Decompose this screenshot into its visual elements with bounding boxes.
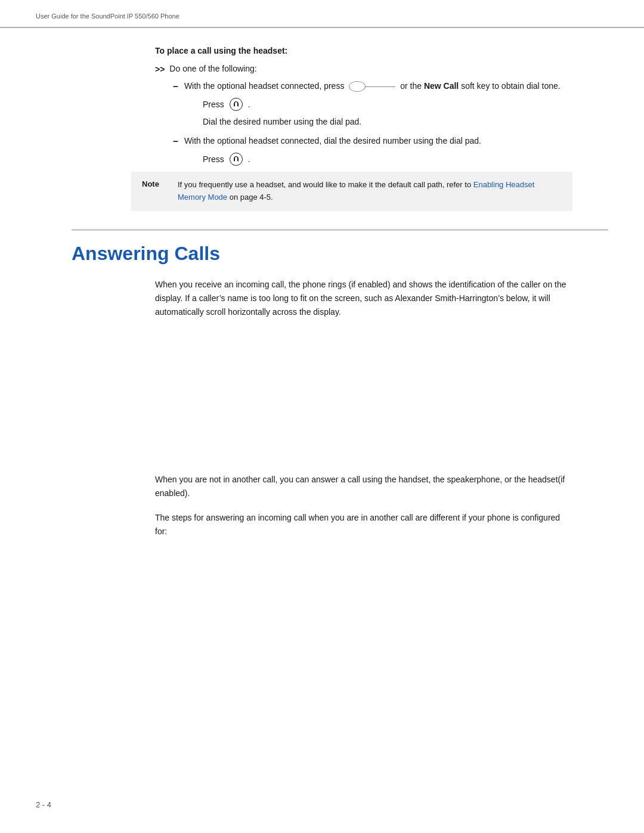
- answering-calls-heading: Answering Calls: [72, 229, 608, 265]
- section-heading: To place a call using the headset:: [155, 46, 608, 55]
- headset-cord-button-icon: [349, 81, 395, 92]
- note-box: Note If you frequently use a headset, an…: [131, 172, 572, 211]
- header-text: User Guide for the SoundPoint IP 550/560…: [36, 13, 179, 20]
- dash-2: –: [173, 136, 178, 147]
- headset-round-icon-1: [230, 98, 243, 111]
- press-text-2: Press: [203, 154, 224, 164]
- dial-line: Dial the desired number using the dial p…: [203, 117, 608, 126]
- headset-oval: [349, 81, 366, 92]
- sub-bullet-2: – With the optional headset connected, d…: [173, 136, 608, 147]
- note-text-before: If you frequently use a headset, and wou…: [178, 180, 473, 189]
- double-arrow-bullet: >> Do one of the following:: [155, 64, 608, 74]
- header-bar: User Guide for the SoundPoint IP 550/560…: [0, 0, 644, 28]
- page-container: User Guide for the SoundPoint IP 550/560…: [0, 0, 644, 833]
- headset-svg-2: [232, 155, 240, 163]
- svg-rect-0: [234, 106, 235, 107]
- press-line-1: Press .: [203, 98, 608, 111]
- svg-rect-3: [237, 160, 239, 162]
- answering-calls-paragraph1: When you receive an incoming call, the p…: [155, 278, 572, 319]
- press-period-2: .: [248, 154, 250, 164]
- content-area: To place a call using the headset: >> Do…: [0, 28, 644, 574]
- headset-round-icon-2: [230, 153, 243, 166]
- press-text-1: Press: [203, 100, 224, 109]
- sub-bullet-1-text: With the optional headset connected, pre…: [184, 81, 608, 92]
- press-line-2: Press .: [203, 153, 608, 166]
- answering-calls-paragraph2: When you are not in another call, you ca…: [155, 473, 572, 500]
- new-call-label: New Call: [424, 81, 459, 91]
- note-label: Note: [142, 179, 166, 188]
- sub-bullet-2-text: With the optional headset connected, dia…: [184, 136, 608, 145]
- note-text: If you frequently use a headset, and wou…: [178, 179, 562, 204]
- headset-cord-line: [366, 86, 395, 88]
- headset-svg-1: [232, 100, 240, 109]
- phone-display-image: [155, 330, 572, 461]
- svg-rect-2: [234, 160, 235, 162]
- answering-calls-paragraph3: The steps for answering an incoming call…: [155, 511, 572, 538]
- dash-1: –: [173, 81, 178, 92]
- note-text-after: on page 4-5.: [227, 193, 273, 202]
- press-period-1: .: [248, 100, 250, 109]
- svg-rect-1: [237, 106, 239, 107]
- sub-bullet-1: – With the optional headset connected, p…: [173, 81, 608, 92]
- page-number: 2 - 4: [36, 800, 51, 809]
- arrow-symbol: >>: [155, 64, 165, 74]
- bullet-intro-text: Do one of the following:: [169, 64, 256, 73]
